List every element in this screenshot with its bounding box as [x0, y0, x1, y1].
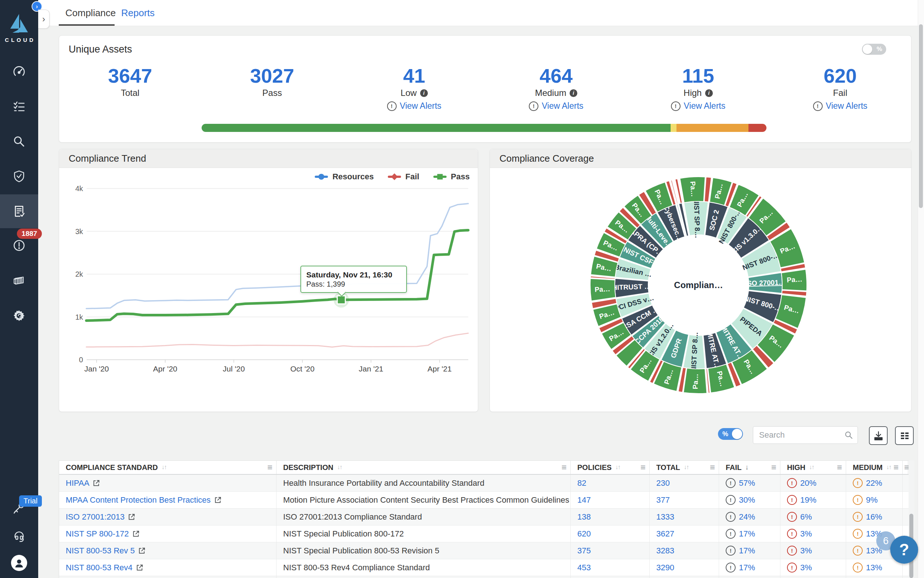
cell-total-link[interactable]: 377 — [656, 495, 670, 505]
column-settings-button[interactable] — [895, 426, 914, 445]
cell-total-link[interactable]: 1333 — [656, 512, 674, 522]
cell-policies-link[interactable]: 375 — [577, 546, 591, 555]
info-icon[interactable] — [420, 89, 428, 97]
medium-alert-icon — [853, 563, 863, 573]
stats-row: 3647 Total 3027 Pass 41 Low View Alerts … — [59, 65, 911, 111]
cell-total-link[interactable]: 230 — [656, 479, 670, 488]
sidebar-item-compute[interactable] — [0, 264, 38, 297]
cell-total-link[interactable]: 3290 — [656, 563, 674, 573]
sidebar-item-investigate[interactable] — [0, 125, 38, 157]
cell-description: Motion Picture Association Content Secur… — [277, 492, 571, 508]
cell-fail-percent: 17% — [719, 542, 780, 559]
cell-total-link[interactable]: 3283 — [656, 546, 674, 555]
column-header-compliance-standard[interactable]: COMPLIANCE STANDARD↓↑≡ — [59, 461, 277, 474]
cell-high-percent: 3% — [780, 542, 846, 559]
view-alerts-link[interactable]: View Alerts — [343, 101, 485, 111]
column-menu-icon[interactable]: ≡ — [893, 462, 899, 472]
view-alerts-link[interactable]: View Alerts — [627, 101, 769, 111]
external-link-icon — [214, 496, 222, 504]
tab-compliance[interactable]: Compliance — [65, 0, 116, 26]
trend-chart[interactable]: 01k2k3k4kJan '20Apr '20Jul '20Oct '20Jan… — [59, 167, 478, 412]
legend-item-fail[interactable]: Fail — [388, 172, 419, 182]
cell-policies-link[interactable]: 138 — [577, 512, 591, 522]
stat-pass: 3027 Pass — [201, 65, 343, 111]
standard-link[interactable]: NIST SP 800-172 — [66, 529, 129, 539]
cell-policies-link[interactable]: 620 — [577, 529, 591, 539]
standard-link[interactable]: MPAA Content Protection Best Practices — [66, 495, 211, 505]
svg-text:0: 0 — [79, 356, 83, 364]
alert-icon — [671, 101, 681, 111]
legend-item-resources[interactable]: Resources — [315, 172, 374, 182]
sunburst-label: Pa… — [689, 181, 698, 197]
sidebar-item-inventory[interactable] — [0, 90, 38, 123]
cell-standard: ISO 27001:2013 — [59, 508, 277, 525]
sidebar-item-profile[interactable] — [11, 555, 27, 571]
compliance-trend-card: Compliance Trend ResourcesFailPass 01k2k… — [59, 149, 478, 412]
standard-link[interactable]: NIST 800-53 Rev 5 — [66, 546, 135, 555]
sort-icon[interactable]: ↓↑ — [615, 464, 620, 471]
cell-medium-percent: 13% — [846, 576, 903, 578]
page-scrollbar[interactable] — [918, 0, 924, 578]
sort-icon[interactable]: ↓↑ — [684, 464, 689, 471]
svg-text:Apr '20: Apr '20 — [153, 365, 177, 373]
column-menu-icon[interactable]: ≡ — [562, 462, 567, 472]
stat-total: 3647 Total — [59, 65, 201, 111]
search-input[interactable] — [758, 429, 841, 442]
column-header-high[interactable]: HIGH↓↑≡ — [780, 461, 846, 474]
fail-alert-icon — [726, 529, 736, 539]
info-icon[interactable] — [705, 89, 713, 97]
column-header-description[interactable]: DESCRIPTION↓↑≡ — [277, 461, 571, 474]
column-header-fail[interactable]: FAIL↓≡ — [719, 461, 780, 474]
sort-icon[interactable]: ↓↑ — [337, 464, 342, 471]
coverage-sunburst-chart[interactable]: NIST SP 8…Pa…SOC 2Pa…NIST 800-…Pa…CIS v1… — [588, 175, 809, 395]
legend-label: Fail — [405, 172, 419, 182]
column-menu-icon[interactable]: ≡ — [641, 462, 646, 472]
download-button[interactable] — [869, 426, 888, 445]
column-menu-icon[interactable]: ≡ — [837, 462, 842, 472]
info-icon[interactable] — [570, 89, 577, 97]
cell-policies-link[interactable]: 82 — [577, 479, 586, 488]
cell-policies: 453 — [571, 559, 650, 576]
column-menu-icon[interactable]: ≡ — [710, 462, 715, 472]
column-menu-icon[interactable]: ≡ — [267, 462, 272, 472]
cell-policies-link[interactable]: 453 — [577, 563, 591, 573]
column-menu-icon[interactable]: ≡ — [771, 462, 776, 472]
standard-link[interactable]: NIST 800-53 Rev4 — [66, 563, 133, 573]
sidebar-item-dashboard[interactable] — [0, 55, 38, 88]
page-scrollbar-thumb[interactable] — [919, 24, 923, 208]
cell-fail-percent: 17% — [719, 559, 780, 576]
sort-icon[interactable]: ↓↑ — [162, 464, 167, 471]
column-header-medium[interactable]: MEDIUM↓↑≡ — [846, 461, 903, 474]
view-alerts-link[interactable]: View Alerts — [769, 101, 911, 111]
page: CLOUD — [0, 0, 924, 578]
sort-icon[interactable]: ↓↑ — [886, 464, 891, 471]
column-header-total[interactable]: TOTAL↓↑≡ — [650, 461, 719, 474]
view-alerts-link[interactable]: View Alerts — [485, 101, 627, 111]
compliance-coverage-card: Compliance Coverage NIST SP 8…Pa…SOC 2Pa… — [490, 149, 911, 412]
sidebar-item-settings[interactable] — [0, 299, 38, 331]
column-label: HIGH — [787, 463, 805, 472]
percent-toggle-on[interactable]: % — [718, 428, 743, 440]
sidebar-item-support[interactable] — [0, 520, 38, 553]
sidebar-item-compliance[interactable] — [0, 194, 38, 228]
medium-percent-value: 16% — [866, 512, 882, 522]
standard-link[interactable]: ISO 27001:2013 — [66, 512, 125, 522]
sort-icon[interactable]: ↓↑ — [809, 464, 814, 471]
svg-text:1k: 1k — [75, 313, 83, 321]
sunburst-label: Pa… — [786, 275, 803, 284]
table-row: MPAA Content Protection Best PracticesMo… — [59, 492, 909, 508]
standard-link[interactable]: HIPAA — [66, 479, 89, 488]
cell-policies: 620 — [571, 576, 650, 578]
cell-policies-link[interactable]: 147 — [577, 495, 591, 505]
cell-total-link[interactable]: 3627 — [656, 529, 674, 539]
sidebar-item-policies[interactable] — [0, 160, 38, 193]
sort-icon[interactable]: ↓ — [745, 463, 748, 471]
legend-item-pass[interactable]: Pass — [434, 172, 470, 182]
percent-toggle-off[interactable]: % — [862, 44, 886, 55]
column-header-policies[interactable]: POLICIES↓↑≡ — [571, 461, 650, 474]
prisma-logo-icon — [10, 13, 29, 33]
tab-reports[interactable]: Reports — [121, 0, 155, 26]
cell-medium-percent: 9% — [846, 492, 903, 508]
help-button[interactable]: ? — [890, 536, 918, 564]
sidebar-expand-button[interactable]: › — [38, 10, 50, 29]
